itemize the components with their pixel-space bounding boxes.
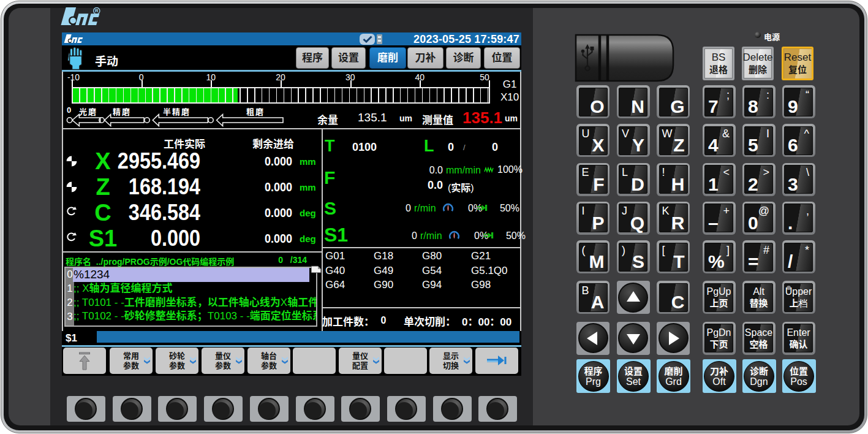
svg-text:R: R	[95, 8, 99, 13]
